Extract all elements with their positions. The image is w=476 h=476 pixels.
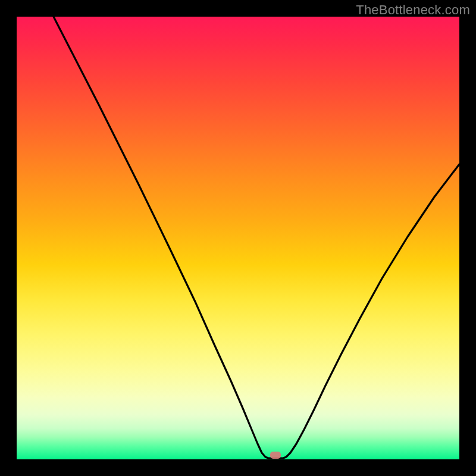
optimum-marker bbox=[270, 452, 281, 459]
chart-frame: TheBottleneck.com bbox=[0, 0, 476, 476]
watermark-text: TheBottleneck.com bbox=[356, 2, 470, 18]
curve-path bbox=[54, 17, 459, 458]
bottleneck-curve bbox=[17, 17, 459, 459]
plot-area bbox=[17, 17, 459, 459]
